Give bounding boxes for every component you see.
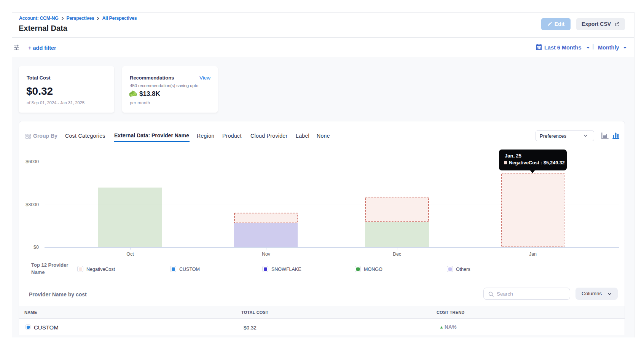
svg-text:$0: $0: [33, 245, 39, 250]
svg-text:Nov: Nov: [262, 251, 271, 257]
svg-text:Jan: Jan: [529, 251, 537, 257]
svg-text:$3000: $3000: [26, 202, 39, 207]
svg-text:Dec: Dec: [393, 251, 401, 257]
svg-text:Oct: Oct: [126, 251, 134, 257]
svg-text:$6000: $6000: [26, 159, 39, 164]
